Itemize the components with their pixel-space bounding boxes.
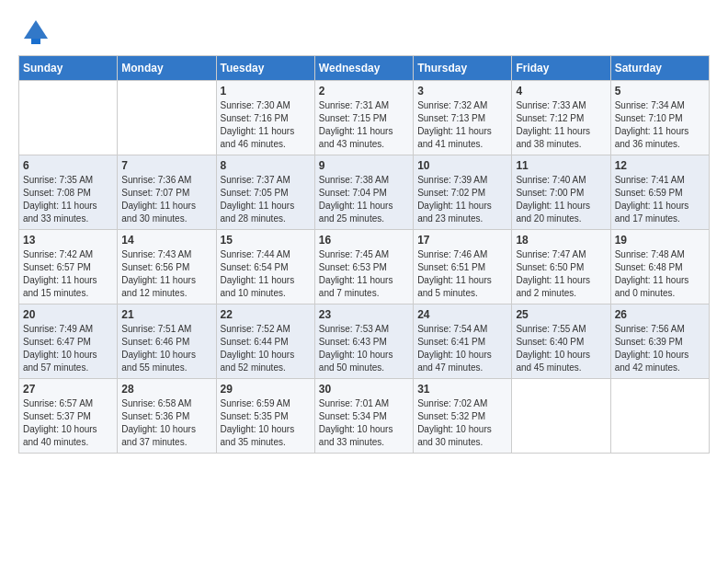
day-number: 11 — [516, 159, 606, 172]
calendar-cell: 22Sunrise: 7:52 AMSunset: 6:44 PMDayligh… — [216, 304, 314, 379]
day-number: 4 — [516, 85, 606, 98]
day-info: Sunrise: 7:35 AMSunset: 7:08 PMDaylight:… — [23, 174, 113, 225]
calendar-cell: 1Sunrise: 7:30 AMSunset: 7:16 PMDaylight… — [216, 81, 314, 155]
logo — [18, 18, 50, 46]
header-friday: Friday — [512, 56, 610, 81]
day-info: Sunrise: 7:42 AMSunset: 6:57 PMDaylight:… — [23, 248, 113, 300]
day-number: 21 — [121, 308, 211, 321]
calendar-cell: 10Sunrise: 7:39 AMSunset: 7:02 PMDayligh… — [414, 155, 512, 230]
day-info: Sunrise: 7:55 AMSunset: 6:40 PMDaylight:… — [516, 323, 606, 374]
calendar-cell: 8Sunrise: 7:37 AMSunset: 7:05 PMDaylight… — [216, 155, 314, 230]
calendar-cell: 26Sunrise: 7:56 AMSunset: 6:39 PMDayligh… — [610, 304, 709, 379]
day-number: 31 — [417, 383, 507, 396]
day-number: 27 — [23, 383, 113, 396]
day-number: 14 — [121, 234, 211, 247]
day-number: 17 — [417, 234, 507, 247]
day-info: Sunrise: 7:39 AMSunset: 7:02 PMDaylight:… — [417, 174, 507, 225]
calendar-week-5: 27Sunrise: 6:57 AMSunset: 5:37 PMDayligh… — [19, 379, 710, 454]
day-info: Sunrise: 7:43 AMSunset: 6:56 PMDaylight:… — [121, 248, 211, 300]
calendar-cell: 2Sunrise: 7:31 AMSunset: 7:15 PMDaylight… — [314, 81, 413, 155]
calendar-header-row: SundayMondayTuesdayWednesdayThursdayFrid… — [19, 56, 710, 81]
calendar-cell — [512, 379, 610, 454]
calendar-cell: 18Sunrise: 7:47 AMSunset: 6:50 PMDayligh… — [512, 230, 610, 304]
day-number: 28 — [121, 383, 211, 396]
calendar-cell: 14Sunrise: 7:43 AMSunset: 6:56 PMDayligh… — [118, 230, 216, 304]
calendar-cell: 3Sunrise: 7:32 AMSunset: 7:13 PMDaylight… — [414, 81, 512, 155]
day-number: 19 — [615, 234, 705, 247]
day-number: 12 — [615, 159, 705, 172]
day-number: 9 — [319, 159, 409, 172]
calendar-cell: 27Sunrise: 6:57 AMSunset: 5:37 PMDayligh… — [19, 379, 118, 454]
calendar-week-3: 13Sunrise: 7:42 AMSunset: 6:57 PMDayligh… — [19, 230, 710, 304]
day-number: 7 — [121, 159, 211, 172]
day-number: 15 — [221, 234, 311, 247]
calendar-cell: 30Sunrise: 7:01 AMSunset: 5:34 PMDayligh… — [314, 379, 413, 454]
calendar-week-2: 6Sunrise: 7:35 AMSunset: 7:08 PMDaylight… — [19, 155, 710, 230]
day-info: Sunrise: 7:01 AMSunset: 5:34 PMDaylight:… — [319, 397, 409, 449]
calendar-cell: 13Sunrise: 7:42 AMSunset: 6:57 PMDayligh… — [19, 230, 118, 304]
day-info: Sunrise: 7:30 AMSunset: 7:16 PMDaylight:… — [221, 99, 311, 151]
day-number: 13 — [23, 234, 113, 247]
calendar-cell: 9Sunrise: 7:38 AMSunset: 7:04 PMDaylight… — [314, 155, 413, 230]
calendar-cell: 29Sunrise: 6:59 AMSunset: 5:35 PMDayligh… — [216, 379, 314, 454]
day-info: Sunrise: 7:53 AMSunset: 6:43 PMDaylight:… — [319, 323, 409, 374]
day-number: 6 — [23, 159, 113, 172]
page-header — [18, 18, 710, 46]
day-number: 5 — [615, 85, 705, 98]
day-info: Sunrise: 7:40 AMSunset: 7:00 PMDaylight:… — [516, 174, 606, 225]
day-info: Sunrise: 6:59 AMSunset: 5:35 PMDaylight:… — [221, 397, 311, 449]
day-info: Sunrise: 6:57 AMSunset: 5:37 PMDaylight:… — [23, 397, 113, 449]
day-number: 25 — [516, 308, 606, 321]
calendar-cell — [118, 81, 216, 155]
header-sunday: Sunday — [19, 56, 118, 81]
day-info: Sunrise: 7:41 AMSunset: 6:59 PMDaylight:… — [615, 174, 705, 225]
header-saturday: Saturday — [610, 56, 709, 81]
day-info: Sunrise: 7:36 AMSunset: 7:07 PMDaylight:… — [121, 174, 211, 225]
day-number: 20 — [23, 308, 113, 321]
day-number: 8 — [221, 159, 311, 172]
day-info: Sunrise: 7:54 AMSunset: 6:41 PMDaylight:… — [417, 323, 507, 374]
calendar-cell: 7Sunrise: 7:36 AMSunset: 7:07 PMDaylight… — [118, 155, 216, 230]
day-info: Sunrise: 7:46 AMSunset: 6:51 PMDaylight:… — [417, 248, 507, 300]
day-info: Sunrise: 7:33 AMSunset: 7:12 PMDaylight:… — [516, 99, 606, 151]
calendar-cell: 28Sunrise: 6:58 AMSunset: 5:36 PMDayligh… — [118, 379, 216, 454]
calendar-cell: 4Sunrise: 7:33 AMSunset: 7:12 PMDaylight… — [512, 81, 610, 155]
header-wednesday: Wednesday — [314, 56, 413, 81]
calendar-cell: 11Sunrise: 7:40 AMSunset: 7:00 PMDayligh… — [512, 155, 610, 230]
calendar-cell: 17Sunrise: 7:46 AMSunset: 6:51 PMDayligh… — [414, 230, 512, 304]
calendar-cell: 31Sunrise: 7:02 AMSunset: 5:32 PMDayligh… — [414, 379, 512, 454]
calendar-cell: 25Sunrise: 7:55 AMSunset: 6:40 PMDayligh… — [512, 304, 610, 379]
day-number: 30 — [319, 383, 409, 396]
day-info: Sunrise: 7:52 AMSunset: 6:44 PMDaylight:… — [221, 323, 311, 374]
calendar-cell: 23Sunrise: 7:53 AMSunset: 6:43 PMDayligh… — [314, 304, 413, 379]
calendar-cell: 19Sunrise: 7:48 AMSunset: 6:48 PMDayligh… — [610, 230, 709, 304]
calendar-week-1: 1Sunrise: 7:30 AMSunset: 7:16 PMDaylight… — [19, 81, 710, 155]
day-info: Sunrise: 7:32 AMSunset: 7:13 PMDaylight:… — [417, 99, 507, 151]
calendar-cell: 5Sunrise: 7:34 AMSunset: 7:10 PMDaylight… — [610, 81, 709, 155]
calendar-cell: 21Sunrise: 7:51 AMSunset: 6:46 PMDayligh… — [118, 304, 216, 379]
day-info: Sunrise: 7:47 AMSunset: 6:50 PMDaylight:… — [516, 248, 606, 300]
day-number: 22 — [221, 308, 311, 321]
day-number: 2 — [319, 85, 409, 98]
calendar-cell: 20Sunrise: 7:49 AMSunset: 6:47 PMDayligh… — [19, 304, 118, 379]
svg-rect-1 — [31, 39, 40, 44]
day-info: Sunrise: 7:48 AMSunset: 6:48 PMDaylight:… — [615, 248, 705, 300]
day-info: Sunrise: 7:34 AMSunset: 7:10 PMDaylight:… — [615, 99, 705, 151]
calendar-cell — [610, 379, 709, 454]
calendar-cell: 24Sunrise: 7:54 AMSunset: 6:41 PMDayligh… — [414, 304, 512, 379]
calendar-cell — [19, 81, 118, 155]
day-info: Sunrise: 7:51 AMSunset: 6:46 PMDaylight:… — [121, 323, 211, 374]
calendar-cell: 12Sunrise: 7:41 AMSunset: 6:59 PMDayligh… — [610, 155, 709, 230]
day-number: 24 — [417, 308, 507, 321]
day-info: Sunrise: 7:45 AMSunset: 6:53 PMDaylight:… — [319, 248, 409, 300]
day-info: Sunrise: 7:38 AMSunset: 7:04 PMDaylight:… — [319, 174, 409, 225]
day-info: Sunrise: 7:56 AMSunset: 6:39 PMDaylight:… — [615, 323, 705, 374]
day-info: Sunrise: 7:49 AMSunset: 6:47 PMDaylight:… — [23, 323, 113, 374]
day-number: 16 — [319, 234, 409, 247]
logo-icon — [22, 18, 50, 46]
day-number: 26 — [615, 308, 705, 321]
svg-marker-0 — [24, 20, 48, 39]
day-number: 23 — [319, 308, 409, 321]
day-number: 29 — [221, 383, 311, 396]
calendar-cell: 15Sunrise: 7:44 AMSunset: 6:54 PMDayligh… — [216, 230, 314, 304]
